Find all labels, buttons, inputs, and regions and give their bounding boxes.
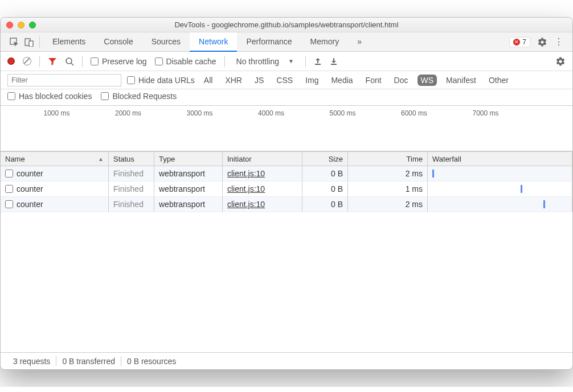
col-waterfall[interactable]: Waterfall — [428, 152, 572, 166]
timeline-tick: 4000 ms — [215, 109, 287, 151]
request-row[interactable]: counterFinishedwebtransportclient.js:100… — [1, 197, 572, 212]
divider — [224, 56, 225, 67]
type-manifest[interactable]: Manifest — [443, 75, 480, 86]
divider — [82, 56, 83, 67]
status-requests: 3 requests — [7, 357, 56, 366]
filter-toggle-icon[interactable] — [48, 57, 57, 66]
blocked-cookies-checkbox[interactable]: Has blocked cookies — [7, 92, 92, 101]
row-checkbox[interactable] — [5, 200, 13, 208]
network-settings-icon[interactable] — [555, 56, 566, 67]
blocked-requests-input[interactable] — [101, 92, 109, 100]
cell-time: 2 ms — [348, 166, 428, 181]
record-button[interactable] — [7, 57, 15, 65]
blocked-cookies-input[interactable] — [7, 92, 15, 100]
hide-data-urls-input[interactable] — [127, 76, 135, 84]
tab-console[interactable]: Console — [95, 32, 142, 52]
tab-performance[interactable]: Performance — [237, 32, 301, 52]
device-mode-icon[interactable] — [24, 38, 34, 47]
cell-time: 1 ms — [348, 181, 428, 196]
request-name: counter — [17, 184, 43, 193]
svg-point-3 — [66, 58, 72, 64]
filter-bar: Hide data URLs All XHR JS CSS Img Media … — [1, 71, 572, 89]
errors-badge[interactable]: ✕ 7 — [509, 37, 530, 47]
settings-icon[interactable] — [537, 37, 547, 47]
divider — [39, 56, 40, 67]
throttling-select[interactable]: No throttling ▼ — [233, 57, 297, 66]
type-other[interactable]: Other — [485, 75, 512, 86]
close-window-button[interactable] — [6, 22, 13, 28]
timeline-tick: 6000 ms — [358, 109, 430, 151]
col-size[interactable]: Size — [302, 152, 348, 166]
cell-initiator: client.js:10 — [223, 166, 302, 181]
cell-type: webtransport — [154, 197, 223, 212]
timeline-tick: 1000 ms — [1, 109, 72, 151]
preserve-log-input[interactable] — [91, 57, 99, 65]
tab-memory[interactable]: Memory — [301, 32, 349, 52]
col-status[interactable]: Status — [109, 152, 154, 166]
maximize-window-button[interactable] — [29, 22, 36, 28]
search-icon[interactable] — [65, 57, 74, 66]
sort-asc-icon: ▲ — [98, 156, 104, 162]
col-time[interactable]: Time — [348, 152, 428, 166]
cell-size: 0 B — [302, 166, 348, 181]
cell-size: 0 B — [302, 181, 348, 196]
inspect-element-icon[interactable] — [10, 38, 19, 47]
window-controls — [6, 22, 36, 28]
tab-network[interactable]: Network — [190, 32, 237, 52]
error-icon: ✕ — [513, 39, 520, 46]
filter-input[interactable] — [7, 74, 121, 86]
cell-name: counter — [1, 197, 109, 212]
titlebar: DevTools - googlechrome.github.io/sample… — [1, 18, 572, 32]
initiator-link[interactable]: client.js:10 — [227, 169, 265, 178]
row-checkbox[interactable] — [5, 170, 13, 178]
type-img[interactable]: Img — [302, 75, 322, 86]
tab-elements[interactable]: Elements — [43, 32, 95, 52]
blocked-requests-checkbox[interactable]: Blocked Requests — [101, 92, 177, 101]
waterfall-bar — [521, 185, 522, 193]
type-ws[interactable]: WS — [418, 75, 437, 86]
clear-button[interactable] — [23, 57, 31, 65]
export-har-icon[interactable] — [330, 57, 338, 65]
import-har-icon[interactable] — [314, 57, 322, 65]
blocked-requests-label: Blocked Requests — [112, 92, 177, 101]
cell-initiator: client.js:10 — [223, 197, 302, 212]
col-initiator[interactable]: Initiator — [223, 152, 302, 166]
type-xhr[interactable]: XHR — [222, 75, 245, 86]
waterfall-bar — [543, 200, 545, 208]
disable-cache-checkbox[interactable]: Disable cache — [155, 57, 216, 66]
col-type[interactable]: Type — [154, 152, 223, 166]
svg-rect-5 — [315, 64, 321, 65]
type-font[interactable]: Font — [362, 75, 385, 86]
timeline-overview[interactable]: 1000 ms 2000 ms 3000 ms 4000 ms 5000 ms … — [1, 106, 572, 151]
type-all[interactable]: All — [200, 75, 216, 86]
cell-waterfall — [428, 166, 572, 181]
window-title: DevTools - googlechrome.github.io/sample… — [1, 20, 572, 29]
kebab-menu-icon[interactable]: ⋮ — [554, 36, 563, 47]
type-js[interactable]: JS — [251, 75, 267, 86]
tab-sources[interactable]: Sources — [142, 32, 190, 52]
initiator-link[interactable]: client.js:10 — [227, 184, 265, 193]
type-css[interactable]: CSS — [273, 75, 296, 86]
timeline-tick: 3000 ms — [144, 109, 215, 151]
tab-more[interactable]: » — [348, 32, 371, 52]
cell-type: webtransport — [154, 166, 223, 181]
cell-time: 2 ms — [348, 197, 428, 212]
tab-list: Elements Console Sources Network Perform… — [43, 32, 371, 52]
row-checkbox[interactable] — [5, 185, 13, 193]
type-doc[interactable]: Doc — [391, 75, 412, 86]
divider — [39, 36, 40, 48]
request-grid-header: Name▲ Status Type Initiator Size Time Wa… — [1, 151, 572, 166]
request-row[interactable]: counterFinishedwebtransportclient.js:100… — [1, 166, 572, 181]
col-name[interactable]: Name▲ — [1, 152, 109, 166]
hide-data-urls-checkbox[interactable]: Hide data URLs — [127, 76, 195, 85]
request-row[interactable]: counterFinishedwebtransportclient.js:100… — [1, 181, 572, 197]
disable-cache-input[interactable] — [155, 57, 163, 65]
preserve-log-checkbox[interactable]: Preserve log — [91, 57, 147, 66]
initiator-link[interactable]: client.js:10 — [227, 200, 265, 209]
cell-initiator: client.js:10 — [223, 181, 302, 196]
status-transferred: 0 B transferred — [56, 357, 121, 366]
timeline-tick: 5000 ms — [286, 109, 358, 151]
type-media[interactable]: Media — [328, 75, 356, 86]
tab-left-tools — [4, 38, 39, 47]
minimize-window-button[interactable] — [18, 22, 24, 28]
